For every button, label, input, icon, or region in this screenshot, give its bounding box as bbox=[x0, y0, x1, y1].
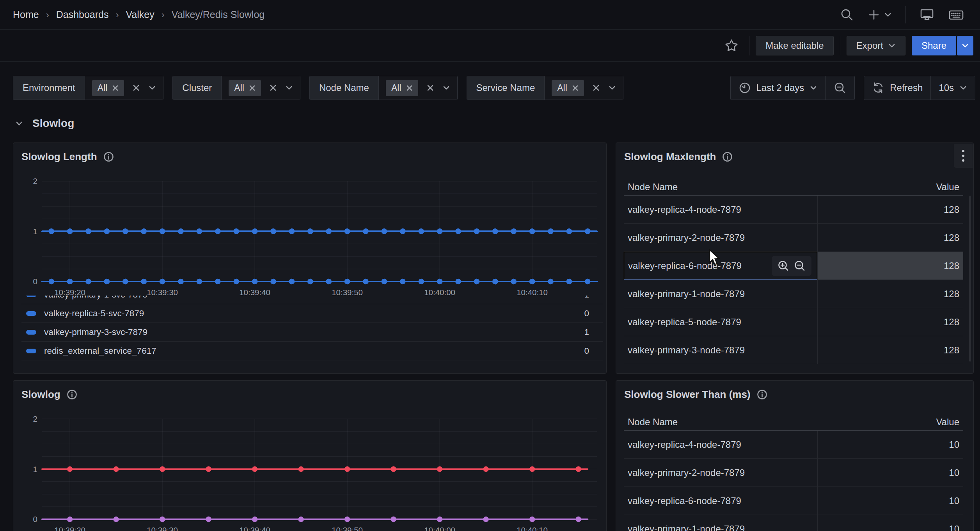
col-node-name[interactable]: Node Name bbox=[624, 182, 817, 192]
svg-text:10:39:40: 10:39:40 bbox=[239, 526, 270, 531]
series-color-swatch bbox=[26, 296, 36, 297]
share-menu-button[interactable] bbox=[957, 36, 973, 55]
chevron-down-icon[interactable] bbox=[442, 84, 450, 92]
timeseries-chart[interactable]: 10:39:2010:39:3010:39:4010:39:5010:40:00… bbox=[13, 143, 606, 299]
filter-for-value-icon[interactable] bbox=[777, 260, 790, 272]
breadcrumb-valkey[interactable]: Valkey bbox=[126, 9, 154, 20]
node-name-cell[interactable]: valkey-primary-2-node-7879 bbox=[624, 224, 817, 251]
table-row[interactable]: valkey-replica-6-node-7879 10 bbox=[624, 487, 963, 515]
legend-value: 0 bbox=[584, 346, 589, 356]
table-row[interactable]: valkey-primary-3-node-7879 128 bbox=[624, 336, 963, 364]
filter-cluster: Cluster All bbox=[172, 76, 300, 100]
breadcrumb-dashboards[interactable]: Dashboards bbox=[56, 9, 109, 20]
clear-icon[interactable] bbox=[269, 84, 277, 92]
value-cell: 128 bbox=[817, 252, 963, 280]
cell-filter-popover bbox=[772, 256, 811, 276]
node-name-cell[interactable]: valkey-primary-2-node-7879 bbox=[624, 459, 817, 486]
table-scrollbar[interactable] bbox=[969, 196, 971, 362]
refresh-interval-button[interactable]: 10s bbox=[930, 76, 975, 100]
filter-value-dropdown[interactable]: All bbox=[85, 76, 163, 100]
breadcrumb-separator: › bbox=[46, 9, 49, 20]
chip-remove-icon[interactable] bbox=[249, 85, 256, 91]
make-editable-label: Make editable bbox=[765, 40, 824, 51]
chip-remove-icon[interactable] bbox=[112, 85, 119, 91]
breadcrumb-current-page: Valkey/Redis Slowlog bbox=[172, 9, 265, 20]
node-name-cell[interactable]: valkey-primary-3-node-7879 bbox=[624, 336, 817, 364]
table-row[interactable]: valkey-primary-2-node-7879 10 bbox=[624, 459, 963, 487]
filter-value-dropdown[interactable]: All bbox=[545, 76, 623, 100]
filter-node-name: Node Name All bbox=[309, 76, 458, 100]
table-row-hovered[interactable]: valkey-replica-6-node-7879 128 bbox=[624, 252, 963, 280]
breadcrumb-separator: › bbox=[162, 9, 165, 20]
clear-icon[interactable] bbox=[592, 84, 600, 92]
filter-chip[interactable]: All bbox=[229, 80, 261, 96]
clear-icon[interactable] bbox=[426, 84, 435, 92]
col-value[interactable]: Value bbox=[817, 417, 963, 428]
legend-item[interactable]: redis_external_service_7617 0 bbox=[21, 342, 603, 360]
table-row[interactable]: valkey-primary-1-node-7879 128 bbox=[624, 280, 963, 308]
filter-out-value-icon[interactable] bbox=[794, 260, 806, 272]
legend-item[interactable]: valkey-primary-1-svc-7879 1 bbox=[21, 296, 603, 304]
monitor-button[interactable] bbox=[915, 4, 939, 26]
panel-menu-button[interactable] bbox=[954, 144, 973, 168]
legend-item[interactable]: valkey-primary-3-svc-7879 1 bbox=[21, 323, 603, 342]
refresh-button[interactable]: Refresh bbox=[864, 76, 930, 100]
chip-remove-icon[interactable] bbox=[406, 85, 413, 91]
table-row[interactable]: valkey-primary-1-node-7879 10 bbox=[624, 515, 963, 531]
series-color-swatch bbox=[26, 330, 36, 335]
node-name-cell[interactable]: valkey-replica-4-node-7879 bbox=[624, 431, 817, 458]
filter-chip[interactable]: All bbox=[552, 80, 584, 96]
time-range-button[interactable]: Last 2 days bbox=[731, 76, 826, 100]
export-button[interactable]: Export bbox=[847, 36, 905, 55]
info-icon[interactable] bbox=[722, 151, 733, 162]
table-header: Node Name Value bbox=[624, 414, 963, 431]
filter-chip[interactable]: All bbox=[386, 80, 418, 96]
table-row[interactable]: valkey-replica-5-node-7879 128 bbox=[624, 308, 963, 336]
node-name-cell[interactable]: valkey-replica-4-node-7879 bbox=[624, 196, 817, 223]
node-name-cell[interactable]: valkey-replica-6-node-7879 bbox=[624, 487, 817, 515]
filter-value-dropdown[interactable]: All bbox=[379, 76, 457, 100]
zoom-out-time-button[interactable] bbox=[825, 76, 854, 100]
value-cell: 128 bbox=[817, 280, 963, 308]
legend-item[interactable]: valkey-replica-5-svc-7879 0 bbox=[21, 304, 603, 323]
svg-text:10:39:20: 10:39:20 bbox=[54, 526, 85, 531]
node-name-cell[interactable]: valkey-primary-1-node-7879 bbox=[624, 515, 817, 531]
value-cell: 128 bbox=[817, 336, 963, 364]
share-button[interactable]: Share bbox=[912, 36, 956, 55]
panel-slower-than: Slowlog Slower Than (ms) Node Name Value… bbox=[616, 380, 974, 531]
node-name-cell[interactable]: valkey-replica-5-node-7879 bbox=[624, 308, 817, 336]
chip-remove-icon[interactable] bbox=[572, 85, 579, 91]
favorite-button[interactable] bbox=[720, 35, 743, 57]
filter-chip-value: All bbox=[98, 83, 108, 93]
chevron-down-icon[interactable] bbox=[148, 84, 156, 92]
node-name-cell[interactable]: valkey-replica-6-node-7879 bbox=[624, 252, 817, 280]
table-row[interactable]: valkey-replica-4-node-7879 10 bbox=[624, 431, 963, 459]
chevron-down-icon[interactable] bbox=[285, 84, 293, 92]
table-row[interactable]: valkey-replica-4-node-7879 128 bbox=[624, 196, 963, 224]
row-slowlog-toggle[interactable]: Slowlog bbox=[14, 115, 980, 132]
filter-chip[interactable]: All bbox=[92, 80, 124, 96]
panel-title[interactable]: Slowlog Slower Than (ms) bbox=[624, 388, 751, 401]
clock-icon bbox=[739, 82, 751, 94]
col-node-name[interactable]: Node Name bbox=[624, 417, 817, 428]
clear-icon[interactable] bbox=[132, 84, 140, 92]
legend-label: redis_external_service_7617 bbox=[44, 346, 156, 356]
new-create-button[interactable] bbox=[863, 4, 896, 26]
filter-value-dropdown[interactable]: All bbox=[222, 76, 300, 100]
svg-text:1: 1 bbox=[33, 227, 37, 236]
col-value[interactable]: Value bbox=[817, 182, 963, 192]
refresh-picker: Refresh 10s bbox=[864, 76, 975, 100]
chevron-down-icon[interactable] bbox=[608, 84, 616, 92]
info-icon[interactable] bbox=[757, 389, 767, 400]
table-row[interactable]: valkey-primary-2-node-7879 128 bbox=[624, 224, 963, 252]
refresh-label: Refresh bbox=[890, 82, 923, 93]
make-editable-button[interactable]: Make editable bbox=[756, 36, 833, 55]
search-button[interactable] bbox=[836, 4, 858, 26]
node-name-cell[interactable]: valkey-primary-1-node-7879 bbox=[624, 280, 817, 308]
kebab-icon bbox=[962, 149, 965, 162]
keyboard-button[interactable] bbox=[944, 4, 968, 26]
value-cell: 10 bbox=[817, 487, 963, 515]
panel-title[interactable]: Slowlog Maxlength bbox=[624, 151, 716, 163]
timeseries-chart[interactable]: 10:39:2010:39:3010:39:4010:39:5010:40:00… bbox=[13, 381, 606, 531]
breadcrumb-home[interactable]: Home bbox=[13, 9, 39, 20]
